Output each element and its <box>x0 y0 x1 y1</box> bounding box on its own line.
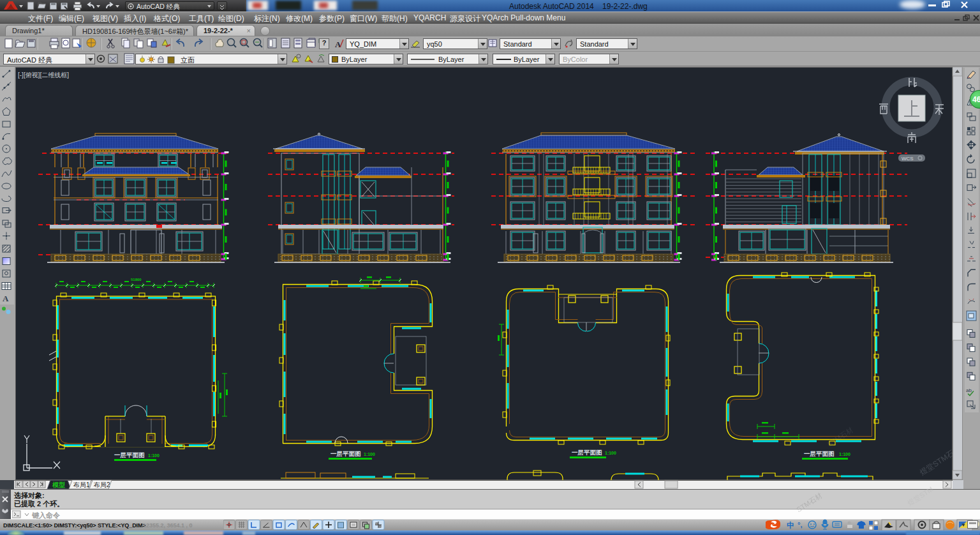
svg-text:模型: 模型 <box>52 481 65 488</box>
svg-text:°,: °, <box>798 521 802 529</box>
svg-text:中: 中 <box>787 521 794 530</box>
svg-text:A: A <box>335 40 341 49</box>
svg-text:一层平面图: 一层平面图 <box>804 450 835 457</box>
svg-text:A: A <box>3 294 9 303</box>
svg-text:1:100: 1:100 <box>839 452 850 456</box>
svg-text:一层平面图: 一层平面图 <box>114 451 145 458</box>
svg-text:ab: ab <box>966 388 972 393</box>
svg-text:51800: 51800 <box>131 278 142 282</box>
svg-text:WCS: WCS <box>902 156 914 162</box>
svg-text:1:100: 1:100 <box>605 451 616 455</box>
svg-text:一层平面图: 一层平面图 <box>330 450 361 457</box>
svg-text:STM石材: STM石材 <box>826 426 854 448</box>
svg-text:煜堂STM石材: 煜堂STM石材 <box>918 444 953 478</box>
svg-text:布局1: 布局1 <box>73 481 90 488</box>
svg-text:一层平面图: 一层平面图 <box>572 449 602 456</box>
svg-text:布局2: 布局2 <box>93 481 110 488</box>
svg-text:1:100: 1:100 <box>148 453 160 458</box>
svg-text:[-][俯视][二维线框]: [-][俯视][二维线框] <box>18 72 69 79</box>
svg-text:1:100: 1:100 <box>364 452 375 456</box>
